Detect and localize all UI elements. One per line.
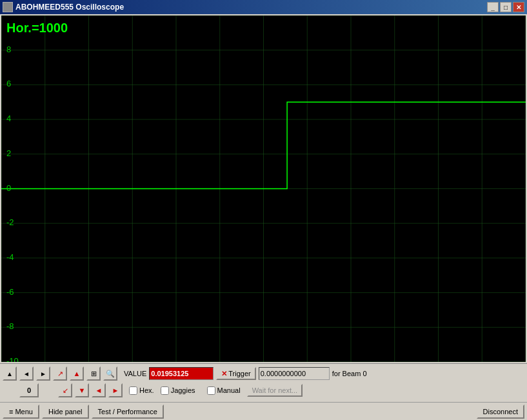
manual-checkbox-group: Manual <box>207 386 241 395</box>
y-axis-label: 4 <box>6 114 11 123</box>
test-performance-button[interactable]: Test / Performance <box>92 405 164 419</box>
value-input[interactable] <box>149 367 214 380</box>
menu-label: Menu <box>15 408 33 415</box>
control-row-2: 0 ↙ ▼ ◄ ► Hex. Jaggies Manual <box>3 383 524 398</box>
nav-left-button[interactable]: ◄ <box>19 366 34 381</box>
jaggies-checkbox[interactable] <box>161 386 169 395</box>
y-axis-label: -2 <box>6 218 14 226</box>
trigger-label: Trigger <box>228 370 250 377</box>
red-arrow-up-button[interactable]: ▲ <box>70 366 84 381</box>
y-axis-label: 0 <box>6 184 11 192</box>
red-arrow-left-button[interactable]: ↙ <box>58 383 72 397</box>
nav-up-button[interactable]: ▲ <box>3 366 17 381</box>
y-axis-label: -8 <box>6 322 14 330</box>
red-arrow-right-button[interactable]: ◄ <box>92 383 106 397</box>
jaggies-checkbox-group: Jaggies <box>161 386 195 395</box>
nav-right-button[interactable]: ► <box>36 366 50 381</box>
hor-label: Hor.=1000 <box>6 21 68 35</box>
hex-checkbox[interactable] <box>129 386 137 395</box>
y-axis-label: 8 <box>6 45 11 54</box>
y-axis-label: 6 <box>6 79 11 88</box>
red-arrow-right2-button[interactable]: ► <box>108 383 123 397</box>
trigger-x-icon: ✕ <box>221 370 227 378</box>
y-axis-label: -6 <box>6 288 14 296</box>
expand-button[interactable]: ⊞ <box>86 366 101 381</box>
hide-panel-button[interactable]: Hide panel <box>42 405 89 419</box>
y-axis-label: -10 <box>6 357 19 362</box>
close-button[interactable]: ✕ <box>513 2 524 12</box>
y-axis-label: 2 <box>6 149 11 157</box>
manual-label: Manual <box>217 386 241 394</box>
hex-checkbox-group: Hex. <box>129 386 154 395</box>
bottom-bar: ≡ Menu Hide panel Test / Performance Dis… <box>0 402 527 420</box>
for-beam-label: for Beam 0 <box>332 370 367 377</box>
zero-button[interactable]: 0 <box>19 383 39 397</box>
app-icon <box>3 2 13 12</box>
title-text: ABOHMEED555 Oscilloscope <box>15 3 124 12</box>
hex-label: Hex. <box>139 386 154 394</box>
main-window: Hor.=1000 86420-2-4-6-8-10 ▲ ◄ ► ↗ ▲ ⊞ 🔍… <box>0 14 527 420</box>
scope-screen: Hor.=1000 86420-2-4-6-8-10 <box>1 15 526 362</box>
value-label: VALUE <box>124 370 146 377</box>
manual-checkbox[interactable] <box>207 386 215 395</box>
zoom-button[interactable]: 🔍 <box>103 366 117 381</box>
jaggies-label: Jaggies <box>171 386 195 394</box>
minimize-button[interactable]: _ <box>487 2 499 12</box>
control-row-1: ▲ ◄ ► ↗ ▲ ⊞ 🔍 VALUE ✕ Trigger for Beam 0 <box>3 366 524 381</box>
red-arrow-up-right-button[interactable]: ↗ <box>53 366 67 381</box>
control-panel: ▲ ◄ ► ↗ ▲ ⊞ 🔍 VALUE ✕ Trigger for Beam 0… <box>0 363 527 402</box>
trigger-button[interactable]: ✕ Trigger <box>216 367 255 380</box>
window-controls: _ □ ✕ <box>487 2 524 12</box>
maximize-button[interactable]: □ <box>500 2 512 12</box>
scope-grid <box>1 15 526 362</box>
wait-button[interactable]: Wait for next... <box>247 384 303 397</box>
trigger-value-input[interactable] <box>259 367 330 380</box>
menu-icon: ≡ <box>9 408 13 415</box>
y-axis-label: -4 <box>6 253 14 261</box>
menu-button[interactable]: ≡ Menu <box>3 405 39 419</box>
red-arrow-down-button[interactable]: ▼ <box>75 383 89 397</box>
disconnect-button[interactable]: Disconnect <box>477 405 524 419</box>
title-bar: ABOHMEED555 Oscilloscope _ □ ✕ <box>0 0 527 14</box>
